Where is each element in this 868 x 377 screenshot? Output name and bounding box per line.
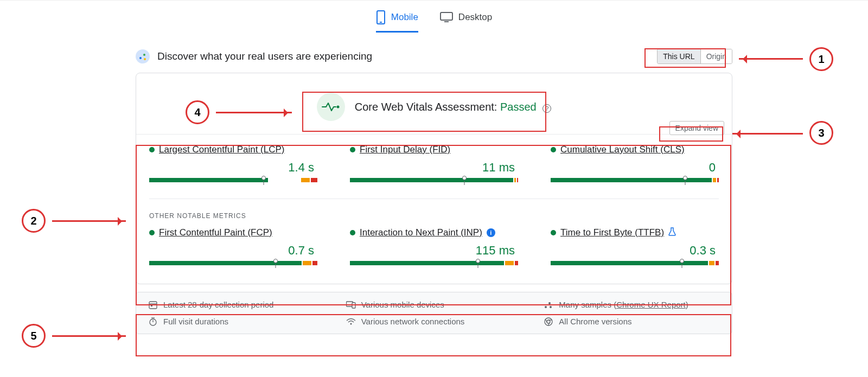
svg-point-5 bbox=[143, 54, 145, 56]
tab-desktop[interactable]: Desktop bbox=[440, 10, 492, 33]
svg-rect-3 bbox=[444, 21, 449, 22]
assessment-label: Core Web Vitals Assessment: bbox=[355, 101, 500, 113]
scatter-icon bbox=[544, 301, 553, 309]
svg-point-19 bbox=[350, 323, 352, 324]
metric-fcp: First Contentful Paint (FCP) 0.7 s bbox=[149, 227, 317, 270]
metric-lcp-name[interactable]: Largest Contentful Paint (LCP) bbox=[159, 144, 285, 155]
svg-rect-10 bbox=[151, 305, 152, 306]
svg-rect-1 bbox=[380, 22, 382, 23]
arrow-4 bbox=[216, 112, 292, 113]
metric-ttfb-value: 0.3 s bbox=[551, 244, 719, 258]
info-period: Latest 28-day collection period bbox=[148, 300, 324, 309]
calendar-icon bbox=[148, 301, 158, 309]
svg-point-13 bbox=[545, 306, 547, 308]
assessment-row: Core Web Vitals Assessment: Passed ? bbox=[136, 84, 732, 134]
callout-3: 3 bbox=[809, 121, 833, 145]
info-devices: Various mobile devices bbox=[346, 300, 522, 309]
tab-mobile[interactable]: Mobile bbox=[376, 10, 418, 33]
callout-2: 2 bbox=[22, 209, 46, 233]
tab-desktop-label: Desktop bbox=[458, 12, 492, 23]
metric-ttfb-marker bbox=[680, 259, 684, 263]
callout-5: 5 bbox=[22, 324, 46, 348]
metric-fid-value: 11 ms bbox=[350, 161, 518, 175]
metric-lcp-marker bbox=[261, 176, 266, 180]
metric-fid-bar bbox=[350, 178, 518, 182]
metric-inp-name[interactable]: Interaction to Next Paint (INP) bbox=[360, 227, 482, 238]
metric-fcp-bar bbox=[149, 261, 317, 265]
experimental-icon[interactable] bbox=[668, 227, 676, 238]
metric-lcp-value: 1.4 s bbox=[149, 161, 317, 175]
info-network: Various network connections bbox=[346, 317, 522, 326]
metric-cls-bar bbox=[551, 178, 719, 182]
discover-heading: Discover what your real users are experi… bbox=[157, 50, 372, 62]
status-dot bbox=[149, 230, 155, 235]
crux-icon bbox=[136, 49, 150, 63]
tab-mobile-label: Mobile bbox=[391, 12, 418, 23]
info-icon[interactable]: i bbox=[487, 228, 495, 237]
wifi-icon bbox=[346, 318, 356, 325]
metric-lcp: Largest Contentful Paint (LCP) 1.4 s bbox=[149, 144, 317, 187]
metric-ttfb: Time to First Byte (TTFB) 0.3 s bbox=[551, 227, 719, 270]
svg-point-4 bbox=[139, 57, 142, 59]
metric-inp-marker bbox=[476, 259, 480, 263]
discover-row: Discover what your real users are experi… bbox=[136, 49, 732, 64]
scope-this-url[interactable]: This URL bbox=[658, 49, 700, 63]
metric-cls-marker bbox=[683, 176, 687, 180]
metric-cls-value: 0 bbox=[551, 161, 719, 175]
other-metrics: First Contentful Paint (FCP) 0.7 s Inter… bbox=[149, 227, 719, 280]
status-dot bbox=[350, 147, 355, 152]
desktop-icon bbox=[440, 12, 453, 23]
metric-fcp-name[interactable]: First Contentful Paint (FCP) bbox=[159, 227, 272, 238]
metric-fcp-marker bbox=[273, 259, 278, 263]
info-samples: Many samples (Chrome UX Report) bbox=[544, 300, 720, 309]
status-dot bbox=[551, 230, 556, 235]
pulse-icon bbox=[317, 93, 345, 121]
metric-cls-name[interactable]: Cumulative Layout Shift (CLS) bbox=[560, 144, 685, 155]
svg-point-6 bbox=[144, 58, 146, 60]
metric-fid: First Input Delay (FID) 11 ms bbox=[350, 144, 518, 187]
arrow-2 bbox=[52, 220, 126, 222]
metric-fid-marker bbox=[462, 176, 467, 180]
core-metrics: Largest Contentful Paint (LCP) 1.4 s Fir… bbox=[149, 144, 719, 187]
help-icon[interactable]: ? bbox=[542, 104, 551, 113]
devices-icon bbox=[346, 301, 356, 309]
device-tabs: Mobile Desktop bbox=[0, 1, 868, 39]
scope-origin[interactable]: Origin bbox=[700, 49, 732, 63]
mobile-icon bbox=[376, 10, 386, 24]
arrow-1 bbox=[739, 58, 803, 60]
arrow-5 bbox=[52, 335, 126, 337]
info-versions: All Chrome versions bbox=[544, 317, 720, 326]
field-data-card: Core Web Vitals Assessment: Passed ? Exp… bbox=[136, 73, 732, 284]
timer-icon bbox=[148, 317, 158, 326]
status-dot bbox=[551, 147, 556, 152]
arrow-3 bbox=[732, 133, 803, 135]
svg-rect-2 bbox=[441, 12, 452, 20]
metric-ttfb-name[interactable]: Time to First Byte (TTFB) bbox=[560, 227, 664, 238]
svg-rect-8 bbox=[149, 302, 157, 309]
collection-info: Latest 28-day collection period Various … bbox=[136, 292, 732, 334]
chrome-icon bbox=[544, 317, 553, 326]
assessment-status: Passed bbox=[500, 101, 537, 113]
metric-inp-value: 115 ms bbox=[350, 244, 518, 258]
metric-inp-bar bbox=[350, 261, 518, 265]
status-dot bbox=[350, 230, 355, 235]
svg-point-14 bbox=[548, 302, 551, 304]
scope-toggle: This URL Origin bbox=[657, 49, 732, 64]
svg-point-7 bbox=[336, 106, 339, 108]
metric-inp: Interaction to Next Paint (INP) i 115 ms bbox=[350, 227, 518, 270]
crux-report-link[interactable]: Chrome UX Report bbox=[616, 300, 686, 309]
metric-ttfb-bar bbox=[551, 261, 719, 265]
metric-fcp-value: 0.7 s bbox=[149, 244, 317, 258]
metric-lcp-bar bbox=[149, 178, 317, 182]
other-metrics-label: OTHER NOTABLE METRICS bbox=[149, 212, 719, 220]
callout-1: 1 bbox=[809, 47, 833, 71]
metric-fid-name[interactable]: First Input Delay (FID) bbox=[360, 144, 450, 155]
svg-point-15 bbox=[550, 306, 552, 308]
assessment-text: Core Web Vitals Assessment: Passed ? bbox=[355, 101, 552, 113]
info-durations: Full visit durations bbox=[148, 317, 324, 326]
expand-view-button[interactable]: Expand view bbox=[669, 121, 724, 135]
status-dot bbox=[149, 147, 155, 152]
svg-rect-12 bbox=[352, 303, 355, 308]
metric-cls: Cumulative Layout Shift (CLS) 0 bbox=[551, 144, 719, 187]
